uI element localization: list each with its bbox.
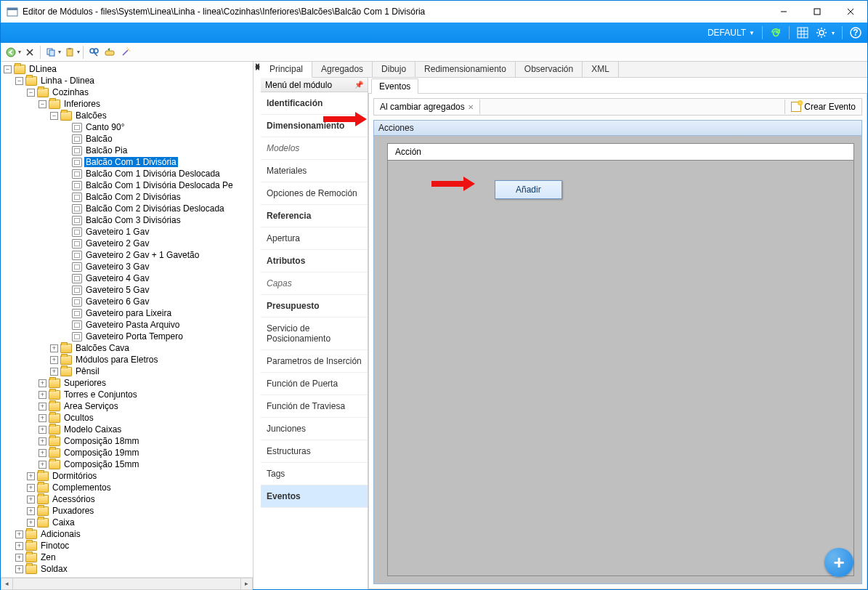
help-icon[interactable]: ? xyxy=(850,27,861,39)
tree-row[interactable]: −Linha - Dlinea xyxy=(1,75,253,86)
tree-row[interactable]: +Pênsil xyxy=(1,365,253,377)
expand-icon[interactable]: + xyxy=(50,368,58,376)
tree-row[interactable]: Gaveteiro 5 Gav xyxy=(1,284,253,296)
expand-icon[interactable]: + xyxy=(27,484,35,492)
tree-row[interactable]: +Complementos xyxy=(1,482,253,493)
expand-icon[interactable]: + xyxy=(38,437,46,445)
refresh-icon[interactable] xyxy=(770,27,782,39)
tree-row[interactable]: +Acessórios xyxy=(1,493,253,505)
tab-xml[interactable]: XML xyxy=(583,62,619,77)
tree-row[interactable]: +Caixa xyxy=(1,517,253,528)
tree-row[interactable]: +Composição 19mm xyxy=(1,447,253,458)
tree-row[interactable]: +Ocultos xyxy=(1,412,253,424)
grid-icon[interactable] xyxy=(797,27,808,39)
expand-icon[interactable]: + xyxy=(27,472,35,480)
expand-icon[interactable]: + xyxy=(15,530,23,538)
collapse-icon[interactable]: − xyxy=(50,112,58,120)
tree-row[interactable]: Canto 90° xyxy=(1,121,253,133)
menu-item-servicio-de-posicionamiento[interactable]: Servicio de Posicionamiento xyxy=(261,318,368,350)
tab-agregados[interactable]: Agregados xyxy=(312,62,373,77)
menu-item-parametros-de-inserci-n[interactable]: Parametros de Inserción xyxy=(261,350,368,373)
tree-row[interactable]: Balcão Com 1 Divisória Deslocada xyxy=(1,168,253,179)
tree-row[interactable]: Gaveteiro Pasta Arquivo xyxy=(1,319,253,331)
pin-icon[interactable]: 📌 xyxy=(354,81,363,89)
tab-observación[interactable]: Observación xyxy=(516,62,583,77)
tree-row[interactable]: +Composição 18mm xyxy=(1,435,253,447)
tree-row[interactable]: +Adicionais xyxy=(1,528,253,540)
menu-item-eventos[interactable]: Eventos xyxy=(261,485,368,508)
menu-item-referencia[interactable]: Referencia xyxy=(261,205,368,227)
wand-icon[interactable] xyxy=(118,45,133,60)
tree-row[interactable]: Gaveteiro 3 Gav xyxy=(1,261,253,272)
menu-item-tags[interactable]: Tags xyxy=(261,463,368,485)
tree-row[interactable]: +Puxadores xyxy=(1,505,253,517)
tree-row[interactable]: +Soldax xyxy=(1,563,253,575)
menu-item-junciones[interactable]: Junciones xyxy=(261,418,368,440)
back-icon[interactable] xyxy=(4,45,18,60)
expand-icon[interactable]: + xyxy=(38,449,46,457)
gear-icon[interactable]: ▾ xyxy=(816,27,835,39)
expand-icon[interactable]: + xyxy=(38,426,46,434)
tree-row[interactable]: Gaveteiro 2 Gav xyxy=(1,238,253,249)
menu-item-apertura[interactable]: Apertura xyxy=(261,227,368,250)
collapse-icon[interactable]: − xyxy=(38,100,46,108)
tree-row[interactable]: Gaveteiro 6 Gav xyxy=(1,296,253,307)
tree-row[interactable]: +Superiores xyxy=(1,377,253,389)
menu-item-identificaci-n[interactable]: Identificación xyxy=(261,92,368,115)
tab-eventos[interactable]: Eventos xyxy=(371,78,418,94)
tree-h-scrollbar[interactable]: ◂▸ xyxy=(1,577,253,589)
nav-tree[interactable]: −DLinea−Linha - Dlinea−Cozinhas−Inferior… xyxy=(1,63,253,575)
context-menu-anadir[interactable]: Añadir xyxy=(495,180,562,199)
menu-item-dimensionamiento[interactable]: Dimensionamiento xyxy=(261,115,368,137)
tab-principal[interactable]: Principal xyxy=(261,62,312,78)
maximize-button[interactable] xyxy=(800,1,834,23)
add-fab-button[interactable]: + xyxy=(824,548,853,577)
tree-row[interactable]: −Balcões xyxy=(1,110,253,121)
menu-item-opciones-de-remoci-n[interactable]: Opciones de Remoción xyxy=(261,182,368,205)
default-dropdown[interactable]: DEFAULT ▼ xyxy=(707,28,755,38)
tree-row[interactable]: Gaveteiro 1 Gav xyxy=(1,226,253,238)
expand-icon[interactable]: + xyxy=(38,391,46,399)
back-dropdown[interactable]: ▾ xyxy=(18,49,21,55)
menu-item-capas[interactable]: Capas xyxy=(261,272,368,295)
tree-row[interactable]: +Dormitórios xyxy=(1,470,253,482)
expand-icon[interactable]: + xyxy=(38,461,46,469)
minimize-button[interactable] xyxy=(767,1,800,23)
tree-row[interactable]: +Zen xyxy=(1,551,253,563)
delete-icon[interactable] xyxy=(23,45,37,60)
expand-icon[interactable]: + xyxy=(15,554,23,562)
tree-row[interactable]: −Inferiores xyxy=(1,98,253,110)
tree-row[interactable]: −DLinea xyxy=(1,63,253,75)
tree-row[interactable]: Gaveteiro 4 Gav xyxy=(1,272,253,284)
tree-row[interactable]: +Balcões Cava xyxy=(1,342,253,354)
paste-dropdown[interactable]: ▾ xyxy=(77,49,80,55)
collapse-icon[interactable]: − xyxy=(27,89,35,97)
menu-item-atributos[interactable]: Atributos xyxy=(261,250,368,272)
tree-row[interactable]: Balcão Com 2 Divisórias xyxy=(1,191,253,203)
expand-icon[interactable]: + xyxy=(27,507,35,515)
close-icon[interactable]: ✕ xyxy=(468,103,474,111)
tree-row[interactable]: +Modelo Caixas xyxy=(1,424,253,435)
tree-row[interactable]: +Area Serviços xyxy=(1,400,253,412)
menu-item-modelos[interactable]: Modelos xyxy=(261,137,368,160)
copy-icon[interactable] xyxy=(44,45,58,60)
tree-row[interactable]: Balcão Pia xyxy=(1,145,253,156)
tree-row[interactable]: Balcão Com 1 Divisória xyxy=(1,156,253,168)
tree-row[interactable]: −Cozinhas xyxy=(1,86,253,98)
find-icon[interactable] xyxy=(86,45,101,60)
tree-row[interactable]: +Torres e Conjuntos xyxy=(1,389,253,400)
copy-dropdown[interactable]: ▾ xyxy=(58,49,61,55)
menu-item-funci-n-de-puerta[interactable]: Función de Puerta xyxy=(261,373,368,395)
expand-icon[interactable]: + xyxy=(27,519,35,527)
tree-row[interactable]: +Finotoc xyxy=(1,540,253,551)
tree-row[interactable]: Balcão xyxy=(1,133,253,145)
menu-item-funci-n-de-traviesa[interactable]: Función de Traviesa xyxy=(261,395,368,418)
tab-dibujo[interactable]: Dibujo xyxy=(373,62,415,77)
tree-row[interactable]: Gaveteiro para Lixeira xyxy=(1,307,253,319)
expand-icon[interactable]: + xyxy=(27,496,35,504)
menu-item-estructuras[interactable]: Estructuras xyxy=(261,440,368,463)
close-button[interactable] xyxy=(834,1,867,23)
tree-row[interactable]: Gaveteiro Porta Tempero xyxy=(1,331,253,342)
tree-row[interactable]: Balcão Com 1 Divisória Deslocada Pe xyxy=(1,179,253,191)
expand-icon[interactable]: + xyxy=(15,565,23,573)
